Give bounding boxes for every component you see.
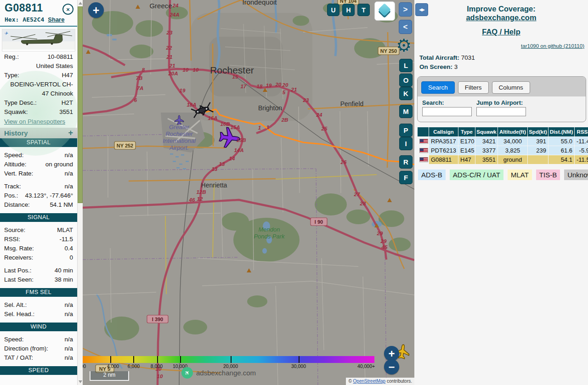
- column-header[interactable]: Type: [458, 127, 475, 136]
- map-canvas[interactable]: GreeceIrondequoitRochesterBrightonPenfie…: [83, 0, 414, 385]
- column-header[interactable]: Spd(kt): [528, 127, 548, 136]
- aircraft-photo[interactable]: ✈: [2, 29, 75, 51]
- airport-label: Rochester: [165, 130, 193, 137]
- map-button-o[interactable]: O: [399, 74, 413, 87]
- zoom-out-button[interactable]: −: [384, 359, 399, 374]
- panel-toggle-button[interactable]: ◀▶: [415, 3, 428, 16]
- city-label: Henrietta: [201, 181, 227, 189]
- exit-label: 29: [377, 231, 383, 236]
- detail-row: Track:n/a: [0, 182, 77, 191]
- exit-label: 23: [166, 30, 173, 35]
- map-button-r[interactable]: R: [399, 155, 413, 169]
- city-label: Brighton: [258, 104, 282, 112]
- road-shield: NY 252: [114, 142, 136, 149]
- svg-text:NY 252: NY 252: [117, 143, 134, 148]
- aircraft-row[interactable]: RPA3517E170342134,00039155.0-11.4: [418, 137, 588, 146]
- exit-label: 8: [142, 67, 145, 73]
- altitude-color-scale: [83, 356, 374, 363]
- tab-filters[interactable]: Filters: [458, 81, 489, 94]
- scroll-down-icon[interactable]: [79, 380, 82, 383]
- close-icon[interactable]: ×: [62, 4, 74, 15]
- map-button-k[interactable]: K: [399, 87, 413, 100]
- svg-text:✈: ✈: [4, 31, 8, 36]
- svg-text:I 90: I 90: [315, 219, 323, 225]
- map-button-h[interactable]: H: [342, 4, 355, 16]
- source-type-legend: ADS-BADS-C/R / UATMLATTIS-BUnknown: [418, 170, 588, 180]
- map-button-m[interactable]: M: [399, 105, 413, 118]
- column-header[interactable]: RSSI: [575, 127, 588, 136]
- map-svg[interactable]: GreeceIrondequoitRochesterBrightonPenfie…: [83, 0, 414, 385]
- column-header[interactable]: Callsign: [429, 127, 458, 136]
- altitude-label: 2,000: [83, 363, 91, 369]
- exit-label: 13: [212, 166, 218, 172]
- exit-label: 7A: [137, 85, 144, 91]
- aircraft-info-rows: Reg.:10-08811United StatesType:H47BOEING…: [0, 52, 77, 117]
- gear-icon[interactable]: ⚙: [396, 37, 412, 54]
- exit-label: 21: [166, 54, 173, 60]
- zoom-in-button-top[interactable]: +: [88, 2, 104, 18]
- map-scale-bar: 2 nm: [90, 371, 129, 381]
- detail-row: RSSI:-11.5: [0, 235, 77, 244]
- cell: 55.0: [548, 137, 574, 146]
- map-button-l[interactable]: L: [399, 59, 413, 72]
- road-shield: I 90: [311, 218, 327, 226]
- divider: [0, 26, 77, 27]
- cell: 239: [528, 146, 548, 155]
- exit-label: 15A: [230, 125, 240, 130]
- osm-link[interactable]: OpenStreetMap: [353, 379, 386, 384]
- cell: 3377: [475, 146, 498, 155]
- exit-label: 28: [360, 201, 366, 206]
- column-header[interactable]: Dist.(NM): [548, 127, 574, 136]
- chevron-right-icon[interactable]: >: [399, 2, 412, 17]
- cell: G08811: [429, 155, 458, 164]
- exit-label: 19: [266, 83, 272, 88]
- planespotters-link[interactable]: View on Planespotters: [0, 117, 77, 128]
- exit-label: 6: [134, 97, 137, 103]
- exit-label: 46: [189, 197, 195, 203]
- cell: -11.4: [575, 137, 588, 146]
- tab-columns[interactable]: Columns: [492, 81, 530, 94]
- jump-to-airport-input[interactable]: [476, 107, 526, 116]
- map-button-u[interactable]: U: [327, 4, 339, 16]
- exit-label: 10: [157, 374, 163, 379]
- map-button-p[interactable]: P: [399, 124, 413, 137]
- map-button-t[interactable]: T: [357, 4, 370, 16]
- search-label: Search:: [422, 99, 472, 106]
- column-header[interactable]: [418, 127, 429, 136]
- faq-help-link[interactable]: FAQ / Help: [482, 28, 520, 36]
- scroll-up-icon[interactable]: [79, 2, 82, 5]
- expand-plus-icon[interactable]: +: [68, 128, 73, 138]
- aircraft-row[interactable]: G08811H473551ground54.1-11.5: [418, 155, 588, 164]
- history-header[interactable]: History +: [0, 128, 77, 138]
- hex-label: Hex:: [5, 16, 19, 23]
- section-header: SPEED: [0, 366, 77, 375]
- chevron-left-icon[interactable]: <: [399, 20, 412, 34]
- exit-label: 24: [316, 112, 322, 118]
- map-button-f[interactable]: F: [399, 171, 413, 184]
- exit-label: 5: [283, 90, 286, 95]
- column-header[interactable]: Altitude(ft): [498, 127, 527, 136]
- aircraft-row[interactable]: PDT6213E14533773,82523961.6-5.9: [418, 146, 588, 155]
- section-header: FMS SEL: [0, 288, 77, 297]
- detail-row: Sel. Alt.:n/a: [0, 300, 77, 310]
- total-aircraft-label: Total Aircraft:: [419, 54, 459, 61]
- section-header: SIGNAL: [0, 213, 77, 222]
- search-input[interactable]: [422, 107, 472, 116]
- table-header-row: CallsignTypeSquawkAltitude(ft)Spd(kt)Dis…: [418, 127, 588, 136]
- layers-button[interactable]: [374, 1, 395, 21]
- left-panel-scrollbar[interactable]: [78, 0, 83, 385]
- column-header[interactable]: Squawk: [475, 127, 498, 136]
- history-title: History: [4, 128, 28, 138]
- exit-label: 22: [166, 45, 172, 51]
- tab-search[interactable]: Search: [421, 81, 455, 94]
- map-attribution: © OpenStreetMap contributors.: [346, 378, 414, 385]
- adsbexchange-link[interactable]: adsbexchange.com: [466, 13, 536, 22]
- scrollbar-thumb[interactable]: [78, 6, 83, 203]
- airport-label: Airport.: [169, 144, 189, 151]
- share-link[interactable]: Share: [48, 16, 64, 23]
- us-flag-icon: [419, 148, 428, 153]
- map-button-i[interactable]: I: [399, 137, 413, 150]
- park-label: Ponds Park: [254, 233, 285, 240]
- on-screen-value: 3: [454, 63, 458, 70]
- tar1090-github-link[interactable]: tar1090 on github (210110): [414, 43, 584, 49]
